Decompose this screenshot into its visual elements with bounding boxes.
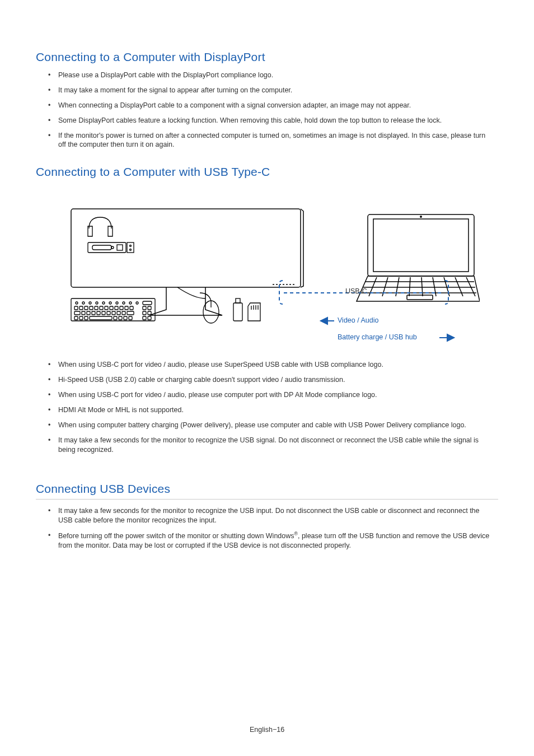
svg-line-78 bbox=[455, 277, 463, 296]
list-item: If the monitor's power is turned on afte… bbox=[46, 131, 494, 150]
svg-rect-21 bbox=[79, 306, 83, 310]
svg-marker-85 bbox=[447, 334, 454, 341]
svg-rect-36 bbox=[87, 311, 90, 315]
svg-rect-31 bbox=[130, 306, 133, 310]
svg-rect-80 bbox=[407, 295, 433, 300]
svg-rect-60 bbox=[236, 298, 240, 303]
svg-rect-19 bbox=[143, 301, 152, 305]
svg-rect-44 bbox=[127, 311, 134, 315]
section-title-usbc: Connecting to a Computer with USB Type-C bbox=[36, 165, 498, 179]
svg-rect-5 bbox=[127, 242, 134, 253]
section-title-displayport: Connecting to a Computer with DisplayPor… bbox=[36, 50, 498, 64]
svg-rect-4 bbox=[117, 245, 123, 250]
svg-point-17 bbox=[129, 302, 132, 304]
usbc-label: USB-C bbox=[345, 287, 367, 295]
svg-rect-34 bbox=[74, 311, 80, 315]
svg-point-14 bbox=[109, 302, 111, 304]
svg-rect-59 bbox=[233, 303, 242, 321]
svg-rect-0 bbox=[71, 209, 301, 287]
svg-marker-83 bbox=[321, 318, 327, 324]
svg-rect-55 bbox=[143, 316, 146, 320]
svg-point-6 bbox=[130, 245, 132, 247]
svg-rect-20 bbox=[74, 306, 78, 310]
svg-rect-51 bbox=[114, 316, 117, 320]
svg-point-11 bbox=[89, 302, 91, 304]
svg-rect-25 bbox=[100, 306, 103, 310]
svg-rect-26 bbox=[105, 306, 108, 310]
svg-point-16 bbox=[123, 302, 125, 304]
video-audio-label: Video / Audio bbox=[338, 316, 378, 324]
list-item: When connecting a DisplayPort cable to a… bbox=[46, 101, 494, 110]
bullet-list-usbc: When using USB-C port for video / audio,… bbox=[36, 360, 498, 454]
svg-rect-38 bbox=[97, 311, 100, 315]
svg-rect-66 bbox=[373, 219, 469, 272]
spacer bbox=[36, 470, 498, 482]
svg-point-3 bbox=[111, 246, 114, 249]
svg-rect-48 bbox=[79, 316, 83, 320]
svg-rect-49 bbox=[85, 316, 88, 320]
svg-rect-47 bbox=[74, 316, 78, 320]
list-item: It may take a few seconds for the monito… bbox=[46, 436, 494, 455]
svg-rect-23 bbox=[90, 306, 93, 310]
list-item: HDMI Alt Mode or MHL is not supported. bbox=[46, 405, 494, 415]
svg-rect-43 bbox=[122, 311, 125, 315]
svg-rect-29 bbox=[120, 306, 123, 310]
bullet-list-usb-devices: It may take a few seconds for the monito… bbox=[36, 506, 498, 550]
svg-point-13 bbox=[102, 302, 105, 304]
svg-rect-33 bbox=[148, 306, 151, 310]
battery-hub-label: Battery charge / USB hub bbox=[338, 333, 417, 341]
svg-rect-50 bbox=[90, 316, 112, 320]
svg-rect-27 bbox=[110, 306, 113, 310]
page-footer: English−16 bbox=[0, 726, 534, 734]
svg-rect-22 bbox=[85, 306, 88, 310]
usbc-diagram: USB-C Video / Audio Battery charge / USB… bbox=[54, 186, 480, 354]
section-title-usb-devices: Connecting USB Devices bbox=[36, 482, 498, 500]
svg-rect-53 bbox=[124, 316, 127, 320]
svg-rect-41 bbox=[112, 311, 115, 315]
svg-rect-52 bbox=[119, 316, 122, 320]
svg-rect-1 bbox=[88, 242, 126, 253]
svg-rect-42 bbox=[117, 311, 120, 315]
svg-rect-39 bbox=[102, 311, 105, 315]
svg-rect-32 bbox=[143, 306, 146, 310]
svg-point-12 bbox=[96, 302, 98, 304]
svg-rect-54 bbox=[129, 316, 132, 320]
svg-rect-2 bbox=[92, 245, 111, 250]
svg-point-7 bbox=[130, 249, 132, 251]
list-item: When using USB-C port for video / audio,… bbox=[46, 390, 494, 400]
svg-point-67 bbox=[420, 216, 421, 217]
list-item: It may take a few seconds for the monito… bbox=[46, 506, 494, 525]
svg-rect-65 bbox=[368, 214, 474, 276]
svg-rect-35 bbox=[82, 311, 85, 315]
svg-rect-46 bbox=[148, 311, 151, 315]
list-item: Before turning off the power switch of t… bbox=[46, 531, 494, 550]
svg-rect-28 bbox=[115, 306, 118, 310]
list-item: It may take a moment for the signal to a… bbox=[46, 86, 494, 95]
svg-point-15 bbox=[116, 302, 118, 304]
list-item: Hi-Speed USB (USB 2.0) cable or charging… bbox=[46, 375, 494, 385]
svg-rect-24 bbox=[95, 306, 98, 310]
diagram-container: USB-C Video / Audio Battery charge / USB… bbox=[36, 186, 498, 354]
svg-point-9 bbox=[76, 302, 78, 304]
list-item: Some DisplayPort cables feature a lockin… bbox=[46, 116, 494, 125]
bullet-list-displayport: Please use a DisplayPort cable with the … bbox=[36, 71, 498, 150]
page: Connecting to a Computer with DisplayPor… bbox=[0, 0, 534, 756]
list-item: When using computer battery charging (Po… bbox=[46, 421, 494, 430]
list-item: When using USB-C port for video / audio,… bbox=[46, 360, 494, 370]
svg-rect-30 bbox=[125, 306, 128, 310]
svg-line-79 bbox=[466, 277, 475, 296]
svg-rect-40 bbox=[107, 311, 110, 315]
svg-point-18 bbox=[136, 302, 138, 304]
svg-rect-56 bbox=[148, 316, 151, 320]
svg-point-10 bbox=[82, 302, 85, 304]
list-item: Please use a DisplayPort cable with the … bbox=[46, 71, 494, 80]
svg-rect-45 bbox=[143, 311, 146, 315]
svg-rect-37 bbox=[92, 311, 95, 315]
